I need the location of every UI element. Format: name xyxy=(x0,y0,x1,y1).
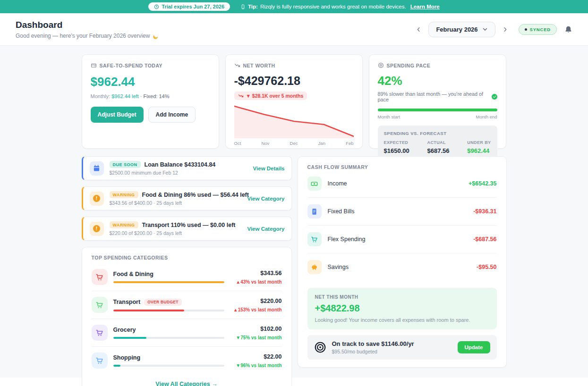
alert-title: Loan Balance $433104.84 xyxy=(145,161,216,168)
category-progress-track xyxy=(113,337,224,339)
adjust-budget-button[interactable]: Adjust Budget xyxy=(91,107,144,123)
spending-pace-title: SPENDING PACE xyxy=(387,63,431,68)
sync-status-dot xyxy=(525,28,527,31)
category-progress-fill xyxy=(113,337,147,339)
category-change: ▲43% vs last month xyxy=(230,279,282,285)
month-start-label: Month start xyxy=(378,114,401,119)
page-title: Dashboard xyxy=(16,20,159,30)
wallet-icon xyxy=(91,62,97,68)
clock-icon xyxy=(154,4,159,9)
category-amount: $220.00 xyxy=(230,298,282,304)
view-category-link[interactable]: View Category xyxy=(247,226,284,232)
cash-flow-summary-panel: CASH FLOW SUMMARY Income +$6542.35 Fixed… xyxy=(298,156,507,368)
learn-more-link[interactable]: Learn More xyxy=(410,4,440,9)
sync-status-label: SYNCED xyxy=(530,27,551,32)
category-progress-track xyxy=(113,310,224,311)
net-worth-amount: -$429762.18 xyxy=(234,74,354,88)
cash-flow-amount: -$95.50 xyxy=(477,264,496,270)
spending-pace-percent: 42% xyxy=(378,74,497,88)
alert-loan-balance[interactable]: DUE SOON Loan Balance $433104.84 $2500.0… xyxy=(82,156,292,180)
previous-month-button[interactable] xyxy=(414,25,424,34)
view-category-link[interactable]: View Category xyxy=(247,196,284,201)
category-progress-track xyxy=(113,365,224,367)
cash-flow-amount: -$687.56 xyxy=(473,236,496,243)
net-this-month-description: Looking good! Your income covers all exp… xyxy=(315,317,489,323)
category-change: ▲153% vs last month xyxy=(230,307,282,312)
over-budget-badge: OVER BUDGET xyxy=(144,299,182,306)
spending-vs-forecast-box: SPENDING VS. FORECAST EXPECTED $1650.00 … xyxy=(378,126,497,159)
month-selector-label: February 2026 xyxy=(436,26,477,33)
cash-flow-label: Income xyxy=(328,180,463,187)
net-worth-title: NET WORTH xyxy=(243,63,275,68)
category-progress-fill xyxy=(113,281,224,283)
alert-subtitle: $343.56 of $400.00 · 25 days left xyxy=(110,200,242,206)
forecast-actual: ACTUAL $687.56 xyxy=(427,140,450,154)
check-circle-icon xyxy=(492,94,497,100)
category-amount: $343.56 xyxy=(230,270,282,277)
cash-flow-amount: -$936.31 xyxy=(473,208,496,215)
category-change: ▼96% vs last month xyxy=(230,363,282,368)
cash-flow-row-flex-spending: Flex Spending -$687.56 xyxy=(307,226,497,253)
monthly-left-value: $962.44 left xyxy=(111,93,139,99)
net-this-month-label: NET THIS MONTH xyxy=(315,294,489,300)
category-change: ▼75% vs last month xyxy=(230,335,282,340)
category-amount: $22.00 xyxy=(230,353,282,360)
safe-to-spend-title: SAFE-TO-SPEND TODAY xyxy=(100,63,163,68)
category-name: Shopping xyxy=(113,354,141,361)
sync-status-badge: SYNCED xyxy=(519,24,557,35)
category-progress-fill xyxy=(113,310,184,311)
chevron-right-icon xyxy=(502,26,508,33)
banknote-icon xyxy=(307,176,322,191)
receipt-icon xyxy=(307,204,322,218)
tip-message: Tip: Rizqly is fully responsive and work… xyxy=(240,4,440,10)
tip-text: Rizqly is fully responsive and works gre… xyxy=(260,4,406,9)
notifications-button[interactable] xyxy=(564,25,572,34)
net-this-month-amount: +$4822.98 xyxy=(315,303,489,314)
net-worth-change-badge: ▼ $28.1K over 5 months xyxy=(234,92,307,100)
category-row-shopping: Shopping $22.00 ▼96% vs last month xyxy=(92,347,282,374)
piggy-bank-icon xyxy=(307,260,322,274)
cart-icon xyxy=(92,269,108,285)
cash-flow-title: CASH FLOW SUMMARY xyxy=(307,164,497,170)
alert-subtitle: $2500.00 minimum due Feb 12 xyxy=(110,170,247,176)
bell-icon xyxy=(564,25,572,34)
category-amount: $102.00 xyxy=(230,326,282,332)
cart-icon xyxy=(307,232,322,246)
view-all-categories-link[interactable]: View All Categories → xyxy=(92,381,282,386)
chevron-down-icon xyxy=(482,26,488,32)
forecast-expected: EXPECTED $1650.00 xyxy=(384,140,409,154)
update-goal-button[interactable]: Update xyxy=(458,341,490,353)
alert-transport-budget[interactable]: WARNING Transport 110% used — $0.00 left… xyxy=(82,217,292,241)
cash-flow-row-fixed-bills: Fixed Bills -$936.31 xyxy=(307,198,497,226)
category-progress-fill xyxy=(113,365,120,367)
cash-flow-row-income: Income +$6542.35 xyxy=(307,170,497,198)
cash-flow-label: Savings xyxy=(328,264,471,270)
alert-badge: WARNING xyxy=(110,221,138,228)
trending-down-icon xyxy=(234,62,240,68)
top-banner: Trial expires Jun 27, 2026 Tip: Rizqly i… xyxy=(0,0,588,13)
alert-food-dining-budget[interactable]: WARNING Food & Dining 86% used — $56.44 … xyxy=(82,186,292,210)
next-month-button[interactable] xyxy=(500,25,510,34)
net-worth-x-labels: OctNovDecJanFeb xyxy=(234,141,354,146)
month-end-label: Month end xyxy=(476,114,497,119)
category-name: Grocery xyxy=(113,327,136,333)
cash-flow-label: Fixed Bills xyxy=(328,208,468,215)
alert-badge: WARNING xyxy=(110,191,138,198)
fixed-percent: Fixed: 14% xyxy=(143,93,169,99)
savings-goal-title: On track to save $1146.00/yr xyxy=(332,340,452,347)
spending-pace-card: SPENDING PACE 42% 89% slower than last m… xyxy=(369,54,506,149)
trial-expiry-badge[interactable]: Trial expires Jun 27, 2026 xyxy=(148,2,230,11)
gauge-icon xyxy=(378,62,384,68)
add-income-button[interactable]: Add Income xyxy=(148,107,196,123)
net-worth-chart-svg xyxy=(234,104,354,138)
alert-title: Food & Dining 86% used — $56.44 left xyxy=(142,192,249,198)
month-selector[interactable]: February 2026 xyxy=(428,22,495,37)
forecast-under-by: UNDER BY $962.44 xyxy=(467,140,491,154)
moon-icon xyxy=(153,32,160,38)
category-row-grocery: Grocery $102.00 ▼75% vs last month xyxy=(92,319,282,347)
cash-flow-label: Flex Spending xyxy=(328,236,468,243)
view-details-link[interactable]: View Details xyxy=(253,166,285,171)
cart-icon xyxy=(92,352,108,369)
savings-goal-subtitle: $95.50/mo budgeted xyxy=(332,349,452,354)
spending-pace-note: 89% slower than last month — you're ahea… xyxy=(378,91,497,102)
